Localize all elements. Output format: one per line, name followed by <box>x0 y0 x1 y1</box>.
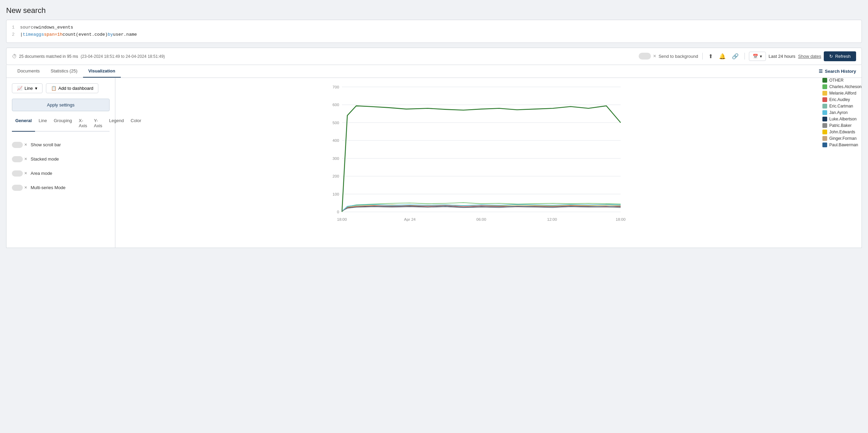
left-panel: 📈 Line ▾ 📋 Add to dashboard Apply settin… <box>6 78 115 248</box>
bell-icon[interactable]: 🔔 <box>717 52 727 60</box>
legend-label-patric: Patric.Baker <box>829 123 851 128</box>
toolbar-right: ✕ Send to background ⬆ 🔔 🔗 📅 ▾ Last 24 h… <box>639 51 856 61</box>
clock-icon: ⏱ <box>12 53 17 59</box>
legend-item-paul: Paul.Bawerman <box>822 143 862 147</box>
tab-visualization[interactable]: Visualization <box>83 65 121 78</box>
sep-2 <box>744 53 745 60</box>
toggle-scroll-bar: ✕ <box>12 142 27 148</box>
legend-label-melanie: Melanie.Allford <box>829 91 856 96</box>
legend-item-jan: Jan.Ayron <box>822 110 862 115</box>
legend-dot-ginger <box>822 136 827 141</box>
tabs-bar: Documents Statistics (25) Visualization … <box>6 65 862 78</box>
multiseries-pill[interactable] <box>12 185 23 191</box>
svg-text:12:00: 12:00 <box>547 217 557 221</box>
query-line-1: 1 source windows_events <box>12 24 856 31</box>
query-field: user.name <box>113 31 137 38</box>
line-chart-icon: 📈 <box>17 86 22 91</box>
area-pill[interactable] <box>12 170 23 177</box>
legend-item-eric-c: Eric.Cartman <box>822 104 862 109</box>
query-box: 1 source windows_events 2 | timeaggs spa… <box>6 20 862 43</box>
legend-dot-charles <box>822 84 827 89</box>
legend-label-eric-a: Eric.Audley <box>829 97 850 102</box>
stacked-label: Stacked mode <box>31 156 59 162</box>
legend-dot-eric-c <box>822 104 827 109</box>
legend-item-melanie: Melanie.Allford <box>822 91 862 96</box>
query-value-1: windows_events <box>36 24 73 31</box>
toggle-multiseries: ✕ <box>12 185 27 191</box>
chart-area: 700 600 500 400 300 200 100 0 18:00 Apr … <box>121 83 856 226</box>
query-func: timeaggs <box>23 31 44 38</box>
legend-label-paul: Paul.Bawerman <box>829 143 858 147</box>
toggle-stacked: ✕ <box>12 156 27 162</box>
legend-dot-jan <box>822 110 827 115</box>
line-chart: 700 600 500 400 300 200 100 0 18:00 Apr … <box>121 83 856 226</box>
line-chart-button[interactable]: 📈 Line ▾ <box>12 83 43 93</box>
page-wrapper: New search 1 source windows_events 2 | t… <box>0 0 868 433</box>
scroll-bar-x[interactable]: ✕ <box>24 143 27 147</box>
chevron-down-icon: ▾ <box>760 54 762 59</box>
toggle-row-multiseries: ✕ Multi-series Mode <box>12 183 110 193</box>
legend-label-jan: Jan.Ayron <box>829 110 848 115</box>
share-icon[interactable]: ⬆ <box>707 52 715 60</box>
stab-grouping[interactable]: Grouping <box>50 115 75 132</box>
svg-text:100: 100 <box>332 192 339 196</box>
toolbar: ⏱ 25 documents matched in 95 ms (23-04-2… <box>6 48 862 65</box>
svg-text:700: 700 <box>332 85 339 89</box>
svg-text:Apr 24: Apr 24 <box>404 217 416 221</box>
toggle-x-icon[interactable]: ✕ <box>653 54 656 59</box>
query-line-2: 2 | timeaggs span=1h count(event.code) b… <box>12 31 856 38</box>
stacked-x[interactable]: ✕ <box>24 157 27 161</box>
legend-item-OTHER: OTHER <box>822 78 862 83</box>
send-to-background-label: Send to background <box>658 54 698 59</box>
stab-xaxis[interactable]: X-Axis <box>75 115 91 132</box>
date-range: (23-04-2024 18:51:49 to 24-04-2024 18:51… <box>81 54 165 59</box>
stab-yaxis[interactable]: Y-Axis <box>91 115 106 132</box>
legend-dot-john <box>822 130 827 134</box>
stacked-pill[interactable] <box>12 156 23 162</box>
search-history-button[interactable]: ☰ Search History <box>819 65 856 77</box>
svg-text:600: 600 <box>332 103 339 107</box>
link-icon[interactable]: 🔗 <box>730 52 740 60</box>
legend-dot-melanie <box>822 91 827 96</box>
line-num-1: 1 <box>12 24 16 31</box>
sep-1 <box>702 53 703 60</box>
line-patric <box>342 207 621 211</box>
scroll-bar-label: Show scroll bar <box>31 142 61 147</box>
legend-dot-OTHER <box>822 78 827 83</box>
stab-general[interactable]: General <box>12 115 35 132</box>
tab-statistics[interactable]: Statistics (25) <box>45 65 83 78</box>
svg-text:0: 0 <box>337 210 339 214</box>
scroll-bar-pill[interactable] <box>12 142 23 148</box>
settings-tabs: General Line Grouping X-Axis Y-Axis Lege… <box>12 115 110 132</box>
query-keyword-1: source <box>20 24 36 31</box>
legend-dot-paul <box>822 143 827 147</box>
toggle-row-area: ✕ Area mode <box>12 168 110 179</box>
add-dashboard-button[interactable]: 📋 Add to dashboard <box>46 83 99 93</box>
legend-item-ginger: Ginger.Forman <box>822 136 862 141</box>
last-24-label: Last 24 hours <box>769 54 796 59</box>
show-dates-button[interactable]: Show dates <box>798 54 821 59</box>
apply-settings-button[interactable]: Apply settings <box>12 99 110 111</box>
svg-text:06:00: 06:00 <box>476 217 486 221</box>
multiseries-x[interactable]: ✕ <box>24 185 27 190</box>
calendar-icon: 📅 <box>753 54 758 59</box>
tab-documents[interactable]: Documents <box>12 65 45 78</box>
area-label: Area mode <box>31 171 52 176</box>
legend-label-charles: Charles.Atcheson <box>829 84 862 89</box>
background-toggle: ✕ Send to background <box>639 53 698 60</box>
multiseries-label: Multi-series Mode <box>31 185 66 190</box>
docs-matched: 25 documents matched in 95 ms (23-04-202… <box>19 54 165 59</box>
legend-label-OTHER: OTHER <box>829 78 844 83</box>
svg-text:18:00: 18:00 <box>616 217 626 221</box>
query-span: span=1h <box>44 31 63 38</box>
toggle-pill[interactable] <box>639 53 651 60</box>
area-x[interactable]: ✕ <box>24 171 27 176</box>
refresh-icon: ↻ <box>829 54 833 59</box>
legend-label-ginger: Ginger.Forman <box>829 136 856 141</box>
stab-line[interactable]: Line <box>35 115 50 132</box>
refresh-button[interactable]: ↻ Refresh <box>824 51 856 61</box>
svg-text:300: 300 <box>332 156 339 160</box>
time-range-button[interactable]: 📅 ▾ <box>749 52 766 61</box>
legend-item-patric: Patric.Baker <box>822 123 862 128</box>
svg-text:200: 200 <box>332 174 339 178</box>
